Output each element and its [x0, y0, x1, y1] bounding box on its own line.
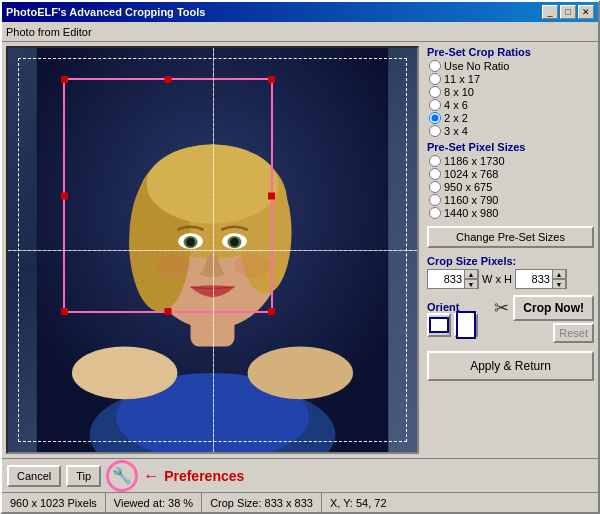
menu-bar: Photo from Editor — [2, 22, 598, 42]
radio-1024x768[interactable]: 1024 x 768 — [429, 168, 594, 180]
radio-11x17[interactable]: 11 x 17 — [429, 73, 594, 85]
orient-section: Orient — [427, 301, 478, 337]
radio-1160x790-label: 1160 x 790 — [444, 194, 498, 206]
preferences-label: Preferences — [164, 468, 244, 484]
cancel-button[interactable]: Cancel — [7, 465, 61, 487]
crop-handle-ml[interactable] — [61, 192, 68, 199]
preferences-circle-button[interactable]: 🔧 — [106, 460, 138, 492]
radio-1186x1730[interactable]: 1186 x 1730 — [429, 155, 594, 167]
radio-950x675[interactable]: 950 x 675 — [429, 181, 594, 193]
status-viewed: Viewed at: 38 % — [106, 493, 202, 512]
height-down-arrow[interactable]: ▼ — [552, 279, 566, 289]
crop-handle-br[interactable] — [268, 308, 275, 315]
status-crop-size: Crop Size: 833 x 833 — [202, 493, 322, 512]
subtitle-label: Photo from Editor — [6, 26, 92, 38]
radio-2x2[interactable]: 2 x 2 — [429, 112, 594, 124]
title-bar-buttons: _ □ ✕ — [542, 5, 594, 19]
radio-4x6-label: 4 x 6 — [444, 99, 468, 111]
orient-cropnow-row: Orient ✂ Crop Now! Res — [427, 295, 594, 343]
radio-1160x790[interactable]: 1160 x 790 — [429, 194, 594, 206]
crop-handle-mr[interactable] — [268, 192, 275, 199]
main-window: PhotoELF's Advanced Cropping Tools _ □ ✕… — [0, 0, 600, 514]
radio-11x17-input[interactable] — [429, 73, 441, 85]
crop-handle-tc[interactable] — [165, 76, 172, 83]
window-title: PhotoELF's Advanced Cropping Tools — [6, 6, 205, 18]
radio-3x4[interactable]: 3 x 4 — [429, 125, 594, 137]
right-panel: Pre-Set Crop Ratios Use No Ratio 11 x 17… — [423, 42, 598, 458]
preset-crop-radios: Use No Ratio 11 x 17 8 x 10 4 x 6 — [429, 60, 594, 137]
width-up-arrow[interactable]: ▲ — [464, 269, 478, 279]
width-spinbox[interactable]: ▲ ▼ — [427, 269, 479, 289]
preset-crop-title: Pre-Set Crop Ratios — [427, 46, 594, 58]
portrait-icon — [456, 311, 476, 339]
maximize-button[interactable]: □ — [560, 5, 576, 19]
radio-8x10-input[interactable] — [429, 86, 441, 98]
preferences-arrow: ← — [143, 467, 159, 485]
status-coordinates: X, Y: 54, 72 — [322, 493, 395, 512]
radio-8x10[interactable]: 8 x 10 — [429, 86, 594, 98]
radio-2x2-label: 2 x 2 — [444, 112, 468, 124]
radio-950x675-label: 950 x 675 — [444, 181, 492, 193]
radio-3x4-input[interactable] — [429, 125, 441, 137]
radio-no-ratio[interactable]: Use No Ratio — [429, 60, 594, 72]
change-preset-button[interactable]: Change Pre-Set Sizes — [427, 226, 594, 248]
radio-no-ratio-input[interactable] — [429, 60, 441, 72]
orient-landscape-button[interactable] — [427, 313, 451, 337]
crop-handle-bc[interactable] — [165, 308, 172, 315]
radio-4x6-input[interactable] — [429, 99, 441, 111]
width-input[interactable] — [428, 273, 464, 285]
preset-pixel-radios: 1186 x 1730 1024 x 768 950 x 675 1160 x … — [429, 155, 594, 219]
radio-1186x1730-input[interactable] — [429, 155, 441, 167]
landscape-icon — [429, 317, 449, 333]
radio-1440x980-label: 1440 x 980 — [444, 207, 498, 219]
radio-1024x768-input[interactable] — [429, 168, 441, 180]
height-input[interactable] — [516, 273, 552, 285]
radio-8x10-label: 8 x 10 — [444, 86, 474, 98]
crop-now-button[interactable]: Crop Now! — [513, 295, 594, 321]
title-bar: PhotoELF's Advanced Cropping Tools _ □ ✕ — [2, 2, 598, 22]
orient-portrait-button[interactable] — [454, 313, 478, 337]
radio-1440x980[interactable]: 1440 x 980 — [429, 207, 594, 219]
preset-pixel-section: Pre-Set Pixel Sizes 1186 x 1730 1024 x 7… — [427, 141, 594, 219]
reset-button[interactable]: Reset — [553, 323, 594, 343]
crop-box[interactable] — [63, 78, 273, 313]
crop-handle-tl[interactable] — [61, 76, 68, 83]
radio-1024x768-label: 1024 x 768 — [444, 168, 498, 180]
scissors-icon: ✂ — [494, 297, 509, 319]
apply-return-button[interactable]: Apply & Return — [427, 351, 594, 381]
scissors-cropnow: ✂ Crop Now! — [494, 295, 594, 321]
crop-size-section: Crop Size Pixels: ▲ ▼ W x H ▲ — [427, 255, 594, 289]
crop-now-section: ✂ Crop Now! Reset — [494, 295, 594, 343]
width-down-arrow[interactable]: ▼ — [464, 279, 478, 289]
wrench-icon: 🔧 — [112, 466, 132, 485]
crop-handle-bl[interactable] — [61, 308, 68, 315]
preset-pixel-title: Pre-Set Pixel Sizes — [427, 141, 594, 153]
radio-1160x790-input[interactable] — [429, 194, 441, 206]
height-spinbox[interactable]: ▲ ▼ — [515, 269, 567, 289]
minimize-button[interactable]: _ — [542, 5, 558, 19]
image-panel — [6, 46, 419, 454]
status-bar: 960 x 1023 Pixels Viewed at: 38 % Crop S… — [2, 492, 598, 512]
preset-crop-section: Pre-Set Crop Ratios Use No Ratio 11 x 17… — [427, 46, 594, 137]
height-arrows: ▲ ▼ — [552, 269, 566, 289]
radio-950x675-input[interactable] — [429, 181, 441, 193]
radio-3x4-label: 3 x 4 — [444, 125, 468, 137]
crop-handle-tr[interactable] — [268, 76, 275, 83]
radio-4x6[interactable]: 4 x 6 — [429, 99, 594, 111]
orient-buttons — [427, 313, 478, 337]
radio-11x17-label: 11 x 17 — [444, 73, 480, 85]
radio-1186x1730-label: 1186 x 1730 — [444, 155, 505, 167]
height-up-arrow[interactable]: ▲ — [552, 269, 566, 279]
tip-button[interactable]: Tip — [66, 465, 101, 487]
crop-size-separator: W x H — [482, 273, 512, 285]
crop-size-label: Crop Size Pixels: — [427, 255, 594, 267]
radio-2x2-input[interactable] — [429, 112, 441, 124]
content-area: Pre-Set Crop Ratios Use No Ratio 11 x 17… — [2, 42, 598, 458]
photo-area — [8, 48, 417, 452]
radio-no-ratio-label: Use No Ratio — [444, 60, 509, 72]
width-arrows: ▲ ▼ — [464, 269, 478, 289]
crosshair-vertical — [213, 48, 214, 452]
bottom-bar: Cancel Tip 🔧 ← Preferences — [2, 458, 598, 492]
radio-1440x980-input[interactable] — [429, 207, 441, 219]
close-button[interactable]: ✕ — [578, 5, 594, 19]
